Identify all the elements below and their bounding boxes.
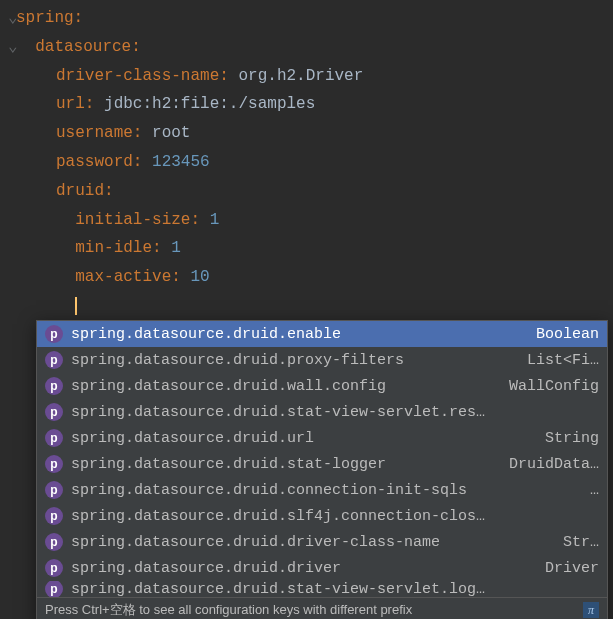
autocomplete-type: Boolean <box>536 326 599 343</box>
code-line: ⌄ datasource: <box>0 33 613 62</box>
autocomplete-label: spring.datasource.druid.proxy-filters <box>71 352 519 369</box>
autocomplete-label: spring.datasource.druid.stat-view-servle… <box>71 404 599 421</box>
autocomplete-label: spring.datasource.druid.slf4j.connection… <box>71 508 599 525</box>
autocomplete-popup[interactable]: pspring.datasource.druid.enableBooleanps… <box>36 320 608 619</box>
autocomplete-label: spring.datasource.druid.driver <box>71 560 537 577</box>
yaml-key: url <box>56 95 85 113</box>
autocomplete-hint-bar: Press Ctrl+空格 to see all configuration k… <box>37 597 607 619</box>
code-editor[interactable]: ⌄spring: ⌄ datasource: driver-class-name… <box>0 0 613 325</box>
autocomplete-item[interactable]: pspring.datasource.druid.enableBoolean <box>37 321 607 347</box>
fold-icon[interactable]: ⌄ <box>8 33 16 62</box>
autocomplete-label: spring.datasource.druid.driver-class-nam… <box>71 534 555 551</box>
autocomplete-type: List<Fi… <box>527 352 599 369</box>
autocomplete-type: … <box>590 482 599 499</box>
autocomplete-type: DruidData… <box>509 456 599 473</box>
property-icon: p <box>45 581 63 597</box>
autocomplete-label: spring.datasource.druid.connection-init-… <box>71 482 582 499</box>
property-icon: p <box>45 403 63 421</box>
code-line: ⌄spring: <box>0 4 613 33</box>
code-line: max-active: 10 <box>0 263 613 292</box>
autocomplete-item[interactable]: pspring.datasource.druid.proxy-filtersLi… <box>37 347 607 373</box>
yaml-value: org.h2.Driver <box>238 67 363 85</box>
property-icon: p <box>45 455 63 473</box>
pi-icon[interactable]: π <box>583 602 599 618</box>
autocomplete-type: Driver <box>545 560 599 577</box>
yaml-value: 10 <box>190 268 209 286</box>
autocomplete-item[interactable]: pspring.datasource.druid.stat-loggerDrui… <box>37 451 607 477</box>
autocomplete-label: spring.datasource.druid.stat-logger <box>71 456 501 473</box>
autocomplete-type: String <box>545 430 599 447</box>
property-icon: p <box>45 429 63 447</box>
autocomplete-label: spring.datasource.druid.stat-view-servle… <box>71 581 599 597</box>
autocomplete-item[interactable]: pspring.datasource.druid.slf4j.connectio… <box>37 503 607 529</box>
yaml-key: initial-size <box>75 211 190 229</box>
fold-icon[interactable]: ⌄ <box>8 4 16 33</box>
property-icon: p <box>45 351 63 369</box>
yaml-key: driver-class-name <box>56 67 219 85</box>
code-line: druid: <box>0 177 613 206</box>
yaml-value: root <box>152 124 190 142</box>
property-icon: p <box>45 325 63 343</box>
yaml-key: username <box>56 124 133 142</box>
autocomplete-hint-text: Press Ctrl+空格 to see all configuration k… <box>45 601 583 619</box>
text-cursor <box>75 297 77 315</box>
autocomplete-type: Str… <box>563 534 599 551</box>
autocomplete-label: spring.datasource.druid.wall.config <box>71 378 501 395</box>
autocomplete-label: spring.datasource.druid.url <box>71 430 537 447</box>
property-icon: p <box>45 533 63 551</box>
autocomplete-item[interactable]: pspring.datasource.druid.stat-view-servl… <box>37 581 607 597</box>
yaml-value: 123456 <box>152 153 210 171</box>
code-line: driver-class-name: org.h2.Driver <box>0 62 613 91</box>
autocomplete-type: WallConfig <box>509 378 599 395</box>
code-line: username: root <box>0 119 613 148</box>
yaml-key: spring <box>16 9 74 27</box>
code-line: password: 123456 <box>0 148 613 177</box>
autocomplete-item[interactable]: pspring.datasource.druid.driverDriver <box>37 555 607 581</box>
property-icon: p <box>45 481 63 499</box>
autocomplete-item[interactable]: pspring.datasource.druid.stat-view-servl… <box>37 399 607 425</box>
autocomplete-item[interactable]: pspring.datasource.druid.connection-init… <box>37 477 607 503</box>
yaml-value: jdbc:h2:file:./samples <box>104 95 315 113</box>
code-line: url: jdbc:h2:file:./samples <box>0 90 613 119</box>
yaml-value: 1 <box>210 211 220 229</box>
yaml-key: datasource <box>35 38 131 56</box>
code-line: min-idle: 1 <box>0 234 613 263</box>
yaml-key: password <box>56 153 133 171</box>
autocomplete-item[interactable]: pspring.datasource.druid.urlString <box>37 425 607 451</box>
property-icon: p <box>45 377 63 395</box>
code-line: initial-size: 1 <box>0 206 613 235</box>
yaml-key: druid <box>56 182 104 200</box>
property-icon: p <box>45 559 63 577</box>
yaml-key: min-idle <box>75 239 152 257</box>
autocomplete-item[interactable]: pspring.datasource.druid.driver-class-na… <box>37 529 607 555</box>
autocomplete-item[interactable]: pspring.datasource.druid.wall.configWall… <box>37 373 607 399</box>
yaml-value: 1 <box>171 239 181 257</box>
yaml-key: max-active <box>75 268 171 286</box>
autocomplete-label: spring.datasource.druid.enable <box>71 326 528 343</box>
property-icon: p <box>45 507 63 525</box>
code-line-cursor <box>0 292 613 321</box>
